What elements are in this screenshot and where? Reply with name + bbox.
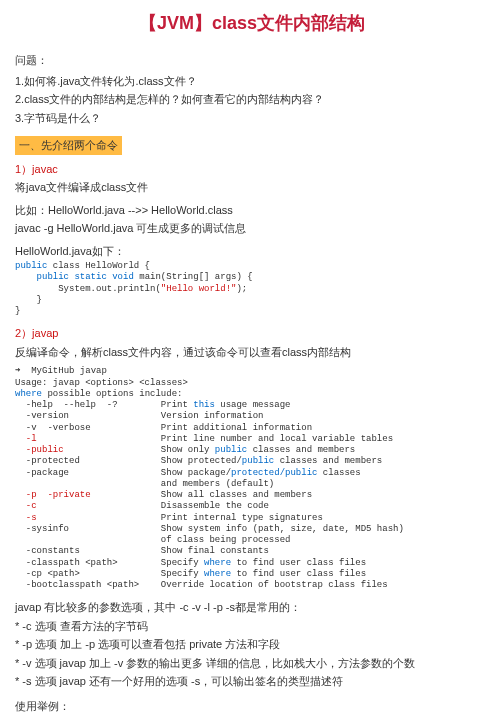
- javac-heading: 1）javac: [15, 161, 489, 178]
- questions-heading: 问题：: [15, 52, 489, 69]
- javac-desc-1: 将java文件编译成class文件: [15, 179, 489, 196]
- question-2: 2.class文件的内部结构是怎样的？如何查看它的内部结构内容？: [15, 91, 489, 108]
- question-1: 1.如何将.java文件转化为.class文件？: [15, 73, 489, 90]
- notes-2: * -c 选项 查看方法的字节码: [15, 618, 489, 635]
- page-title: 【JVM】class文件内部结构: [15, 10, 489, 37]
- javap-options: ➜ MyGitHub javap Usage: javap <options> …: [15, 366, 489, 591]
- section-1-heading: 一、先介绍两个命令: [15, 136, 122, 155]
- javap-desc: 反编译命令，解析class文件内容，通过该命令可以查看class内部结构: [15, 344, 489, 361]
- notes-3: * -p 选项 加上 -p 选项可以查看包括 private 方法和字段: [15, 636, 489, 653]
- javac-desc-3: javac -g HelloWorld.java 可生成更多的调试信息: [15, 220, 489, 237]
- javac-desc-4: HelloWorld.java如下：: [15, 243, 489, 260]
- notes-5: * -s 选项 javap 还有一个好用的选项 -s，可以输出签名的类型描述符: [15, 673, 489, 690]
- javap-heading: 2）javap: [15, 325, 489, 342]
- notes-1: javap 有比较多的参数选项，其中 -c -v -l -p -s都是常用的：: [15, 599, 489, 616]
- helloworld-source: public class HelloWorld { public static …: [15, 261, 489, 317]
- usage-heading: 使用举例：: [15, 698, 489, 713]
- question-3: 3.字节码是什么？: [15, 110, 489, 127]
- javac-desc-2: 比如：HelloWorld.java -->> HelloWorld.class: [15, 202, 489, 219]
- notes-4: * -v 选项 javap 加上 -v 参数的输出更多 详细的信息，比如栈大小，…: [15, 655, 489, 672]
